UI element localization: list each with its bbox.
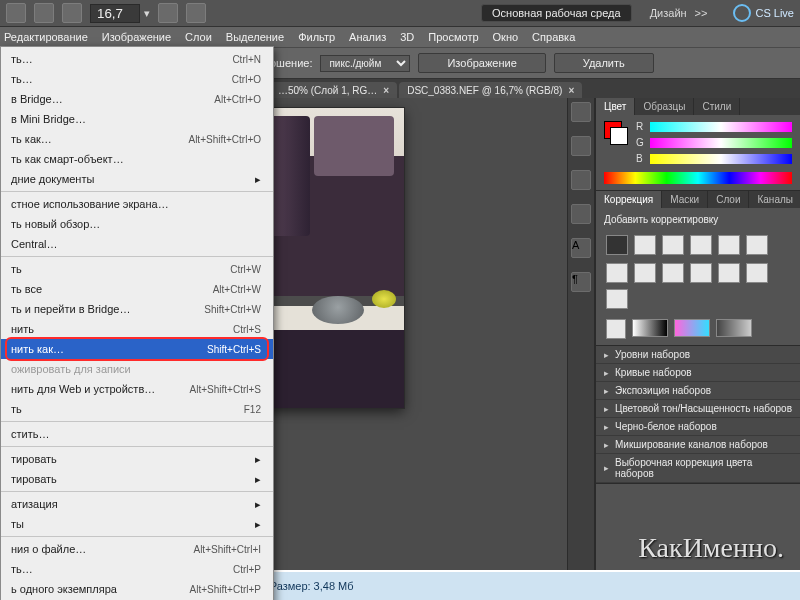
workspace-expand-icon[interactable]: >>: [695, 7, 708, 19]
preset-accordion: ▸Уровни наборов ▸Кривые наборов ▸Экспози…: [596, 345, 800, 483]
menu-select[interactable]: Выделение: [226, 31, 284, 43]
menu-item[interactable]: ь одного экземпляраAlt+Shift+Ctrl+P: [1, 579, 273, 599]
menu-edit[interactable]: Редактирование: [4, 31, 88, 43]
menu-item[interactable]: ты▸: [1, 514, 273, 534]
menu-item[interactable]: нить для Web и устройств…Alt+Shift+Ctrl+…: [1, 379, 273, 399]
preset-group[interactable]: ▸Экспозиция наборов: [596, 382, 800, 400]
menu-image[interactable]: Изображение: [102, 31, 171, 43]
menu-view[interactable]: Просмотр: [428, 31, 478, 43]
menu-layers[interactable]: Слои: [185, 31, 212, 43]
menu-item[interactable]: в Mini Bridge…: [1, 109, 273, 129]
menu-item[interactable]: атизация▸: [1, 494, 273, 514]
color-panel: Цвет Образцы Стили R G B: [596, 98, 800, 191]
paragraph-panel-icon[interactable]: ¶: [571, 272, 591, 292]
preset-group[interactable]: ▸Уровни наборов: [596, 346, 800, 364]
preset-group[interactable]: ▸Цветовой тон/Насыщенность наборов: [596, 400, 800, 418]
character-panel-icon[interactable]: A: [571, 238, 591, 258]
clone-panel-icon[interactable]: [571, 204, 591, 224]
menu-help[interactable]: Справка: [532, 31, 575, 43]
preset-group[interactable]: ▸Кривые наборов: [596, 364, 800, 382]
exposure-icon[interactable]: [690, 235, 712, 255]
menu-item[interactable]: тьCtrl+W: [1, 259, 273, 279]
delete-button[interactable]: Удалить: [554, 53, 654, 73]
hue-sat-icon[interactable]: [746, 235, 768, 255]
preset-group[interactable]: ▸Выборочная коррекция цвета наборов: [596, 454, 800, 483]
curves-icon[interactable]: [662, 235, 684, 255]
color-balance-icon[interactable]: [606, 263, 628, 283]
adjustment-icons-row: [596, 259, 800, 313]
extras-icon[interactable]: [158, 3, 178, 23]
menu-item[interactable]: тировать▸: [1, 449, 273, 469]
foreground-background-swatch[interactable]: [604, 121, 628, 145]
photo-filter-icon[interactable]: [662, 263, 684, 283]
tab-channels[interactable]: Каналы: [749, 191, 800, 208]
menu-item[interactable]: ть…Ctrl+N: [1, 49, 273, 69]
menu-analysis[interactable]: Анализ: [349, 31, 386, 43]
cs-live-label: CS Live: [755, 7, 794, 19]
menu-item[interactable]: ть новый обзор…: [1, 214, 273, 234]
preset-group[interactable]: ▸Черно-белое наборов: [596, 418, 800, 436]
menu-item[interactable]: ть как…Alt+Shift+Ctrl+O: [1, 129, 273, 149]
menu-item[interactable]: ть…Ctrl+O: [1, 69, 273, 89]
document-tab[interactable]: DSC_0383.NEF @ 16,7% (RGB/8) ×: [399, 82, 582, 99]
invert-icon[interactable]: [718, 263, 740, 283]
close-icon[interactable]: ×: [383, 85, 389, 96]
color-ramp[interactable]: [604, 172, 792, 184]
selective-color-icon[interactable]: [606, 319, 626, 339]
menu-item[interactable]: нитьCtrl+S: [1, 319, 273, 339]
menu-item[interactable]: ния о файле…Alt+Shift+Ctrl+I: [1, 539, 273, 559]
zoom-input[interactable]: [90, 4, 140, 23]
arrange-documents-icon[interactable]: [62, 3, 82, 23]
menu-item[interactable]: ть…Ctrl+P: [1, 559, 273, 579]
hand-tool-icon[interactable]: [186, 3, 206, 23]
tab-masks[interactable]: Маски: [662, 191, 708, 208]
tab-color[interactable]: Цвет: [596, 98, 635, 115]
menu-item[interactable]: в Bridge…Alt+Ctrl+O: [1, 89, 273, 109]
history-panel-icon[interactable]: [571, 102, 591, 122]
menu-item[interactable]: тьF12: [1, 399, 273, 419]
brightness-icon[interactable]: [606, 235, 628, 255]
close-icon[interactable]: ×: [568, 85, 574, 96]
tab-swatches[interactable]: Образцы: [635, 98, 694, 115]
menu-item[interactable]: дние документы▸: [1, 169, 273, 189]
tab-correction[interactable]: Коррекция: [596, 191, 662, 208]
menu-item[interactable]: нить как…Shift+Ctrl+S: [1, 339, 273, 359]
preset-group[interactable]: ▸Микширование каналов наборов: [596, 436, 800, 454]
document-tab[interactable]: …50% (Слой 1, RG… ×: [270, 82, 397, 99]
gradient-preset[interactable]: [674, 319, 710, 337]
vibrance-icon[interactable]: [718, 235, 740, 255]
gradient-preset[interactable]: [632, 319, 668, 337]
app-icon[interactable]: [6, 3, 26, 23]
menu-window[interactable]: Окно: [493, 31, 519, 43]
levels-icon[interactable]: [634, 235, 656, 255]
threshold-icon[interactable]: [606, 289, 628, 309]
zoom-dropdown-icon[interactable]: ▾: [144, 7, 150, 20]
gradient-preset[interactable]: [716, 319, 752, 337]
screen-mode-icon[interactable]: [34, 3, 54, 23]
blue-slider[interactable]: [650, 154, 792, 164]
cs-live-button[interactable]: CS Live: [733, 4, 794, 22]
menu-filter[interactable]: Фильтр: [298, 31, 335, 43]
design-workspace-link[interactable]: Дизайн: [650, 7, 687, 19]
b-label: B: [636, 153, 646, 164]
menu-item[interactable]: стить…: [1, 424, 273, 444]
posterize-icon[interactable]: [746, 263, 768, 283]
menu-item[interactable]: ть как смарт-объект…: [1, 149, 273, 169]
menu-item[interactable]: ть всеAlt+Ctrl+W: [1, 279, 273, 299]
channel-mixer-icon[interactable]: [690, 263, 712, 283]
menu-3d[interactable]: 3D: [400, 31, 414, 43]
menu-item[interactable]: ть и перейти в Bridge…Shift+Ctrl+W: [1, 299, 273, 319]
bw-icon[interactable]: [634, 263, 656, 283]
units-select[interactable]: пикс./дюйм: [320, 55, 410, 72]
red-slider[interactable]: [650, 122, 792, 132]
green-slider[interactable]: [650, 138, 792, 148]
tab-layers[interactable]: Слои: [708, 191, 749, 208]
actions-panel-icon[interactable]: [571, 136, 591, 156]
image-button[interactable]: Изображение: [418, 53, 545, 73]
brush-panel-icon[interactable]: [571, 170, 591, 190]
menu-item[interactable]: тировать▸: [1, 469, 273, 489]
workspace-switcher-button[interactable]: Основная рабочая среда: [481, 4, 632, 22]
menu-item[interactable]: стное использование экрана…: [1, 194, 273, 214]
menu-item[interactable]: Central…: [1, 234, 273, 254]
tab-styles[interactable]: Стили: [694, 98, 740, 115]
